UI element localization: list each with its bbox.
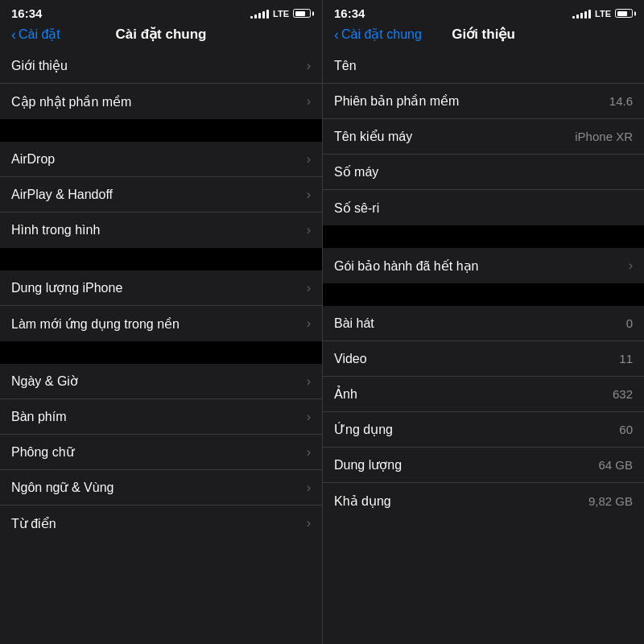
left-battery-icon	[293, 9, 311, 18]
section-divider-1	[0, 119, 322, 142]
right-section-3: Bài hát 0 Video 11 Ảnh 632 Ứng dụng	[323, 306, 644, 518]
right-nav-bar: ‹ Cài đặt chung Giới thiệu	[323, 23, 644, 48]
chevron-icon: ›	[307, 94, 311, 109]
right-back-button[interactable]: ‹ Cài đặt chung	[334, 27, 422, 42]
right-status-icons: LTE	[572, 9, 633, 19]
chevron-icon: ›	[307, 516, 311, 530]
left-list: Giới thiệu › Cập nhật phần mềm › AirDrop…	[0, 48, 322, 644]
row-label: Từ điển	[11, 516, 56, 531]
left-section-3: Dung lượng iPhone › Làm mới ứng dụng tro…	[0, 270, 322, 341]
row-label: Dung lượng iPhone	[11, 280, 122, 295]
list-item: Số sê-ri	[323, 190, 644, 225]
row-value: 14.6	[609, 94, 633, 108]
row-right: ›	[629, 258, 633, 273]
row-right: ›	[307, 188, 311, 202]
row-right: ›	[307, 445, 311, 460]
left-lte-label: LTE	[273, 9, 289, 19]
row-label: Gói bảo hành đã hết hạn	[334, 258, 478, 274]
left-nav-title: Cài đặt chung	[116, 26, 207, 43]
row-value: 64 GB	[598, 458, 633, 472]
row-label: Cập nhật phần mềm	[11, 94, 131, 109]
chevron-icon: ›	[307, 223, 311, 237]
list-item: Bài hát 0	[323, 306, 644, 341]
list-item: Khả dụng 9,82 GB	[323, 483, 644, 518]
left-back-label: Cài đặt	[19, 27, 60, 42]
row-label: Bàn phím	[11, 410, 66, 424]
list-item[interactable]: AirPlay & Handoff ›	[0, 177, 322, 213]
list-item: Ảnh 632	[323, 377, 644, 412]
row-right: 0	[626, 316, 633, 330]
left-back-chevron-icon: ‹	[11, 27, 16, 42]
left-back-button[interactable]: ‹ Cài đặt	[11, 27, 60, 42]
chevron-icon: ›	[629, 258, 633, 273]
right-signal-icon	[572, 9, 591, 19]
list-item[interactable]: AirDrop ›	[0, 142, 322, 177]
row-right: 60	[619, 423, 633, 436]
list-item[interactable]: Hình trong hình ›	[0, 213, 322, 248]
left-section-1: Giới thiệu › Cập nhật phần mềm ›	[0, 48, 322, 119]
row-label: Tên kiểu máy	[334, 129, 412, 144]
right-battery-fill	[617, 11, 628, 16]
row-right: ›	[307, 152, 311, 167]
chevron-icon: ›	[307, 188, 311, 202]
list-item[interactable]: Làm mới ứng dụng trong nền ›	[0, 306, 322, 341]
left-section-2: AirDrop › AirPlay & Handoff › Hình trong…	[0, 142, 322, 248]
chevron-icon: ›	[307, 316, 311, 331]
right-section-divider-1	[323, 225, 644, 248]
row-label: Tên	[334, 59, 357, 73]
row-right: ›	[307, 94, 311, 109]
row-right: 64 GB	[598, 458, 633, 472]
row-label: Ngôn ngữ & Vùng	[11, 480, 114, 495]
row-label: Ảnh	[334, 386, 357, 402]
chevron-icon: ›	[307, 410, 311, 424]
right-back-chevron-icon: ‹	[334, 27, 339, 42]
chevron-icon: ›	[307, 481, 311, 495]
row-value: 9,82 GB	[588, 494, 633, 508]
right-panel: 16:34 LTE ‹ Cài đặt chung Giới thiệu	[322, 0, 644, 644]
row-right: 632	[613, 387, 633, 401]
list-item[interactable]: Dung lượng iPhone ›	[0, 270, 322, 306]
list-item[interactable]: Bàn phím ›	[0, 399, 322, 435]
row-right: 9,82 GB	[588, 494, 633, 508]
row-label: Giới thiệu	[11, 58, 68, 73]
right-nav-title: Giới thiệu	[452, 26, 515, 43]
left-status-icons: LTE	[250, 9, 311, 19]
row-value: 11	[619, 352, 633, 365]
list-item: Tên kiểu máy iPhone XR	[323, 119, 644, 155]
row-value: 60	[619, 423, 633, 436]
left-section-4: Ngày & Giờ › Bàn phím › Phông chữ › Ngôn…	[0, 364, 322, 541]
row-label: Hình trong hình	[11, 223, 100, 237]
list-item[interactable]: Giới thiệu ›	[0, 48, 322, 84]
right-lte-label: LTE	[595, 9, 611, 19]
row-label: Bài hát	[334, 316, 374, 331]
chevron-icon: ›	[307, 152, 311, 167]
row-label: Video	[334, 352, 367, 366]
row-value: 0	[626, 316, 633, 330]
list-item[interactable]: Tên	[323, 48, 644, 84]
left-nav-bar: ‹ Cài đặt Cài đặt chung	[0, 23, 322, 48]
row-value: 632	[613, 387, 633, 401]
right-status-time: 16:34	[334, 6, 365, 20]
row-label: Khả dụng	[334, 493, 391, 509]
list-item[interactable]: Gói bảo hành đã hết hạn ›	[323, 248, 644, 283]
right-back-label: Cài đặt chung	[341, 27, 422, 42]
row-label: AirPlay & Handoff	[11, 188, 113, 202]
row-right: iPhone XR	[575, 130, 633, 143]
chevron-icon: ›	[307, 374, 311, 389]
left-status-bar: 16:34 LTE	[0, 0, 322, 23]
list-item: Dung lượng 64 GB	[323, 448, 644, 483]
list-item: Phiên bản phần mềm 14.6	[323, 84, 644, 119]
left-panel: 16:34 LTE ‹ Cài đặt Cài đặt chung	[0, 0, 322, 644]
list-item[interactable]: Từ điển ›	[0, 506, 322, 541]
list-item[interactable]: Phông chữ ›	[0, 435, 322, 470]
row-right: 14.6	[609, 94, 633, 108]
list-item[interactable]: Ngày & Giờ ›	[0, 364, 322, 399]
list-item[interactable]: Ngôn ngữ & Vùng ›	[0, 470, 322, 506]
left-battery-fill	[295, 11, 306, 16]
list-item: Ứng dụng 60	[323, 412, 644, 448]
right-list: Tên Phiên bản phần mềm 14.6 Tên kiểu máy…	[323, 48, 644, 644]
row-right: ›	[307, 516, 311, 530]
left-status-time: 16:34	[11, 6, 42, 20]
list-item[interactable]: Cập nhật phần mềm ›	[0, 84, 322, 119]
row-right: ›	[307, 59, 311, 73]
